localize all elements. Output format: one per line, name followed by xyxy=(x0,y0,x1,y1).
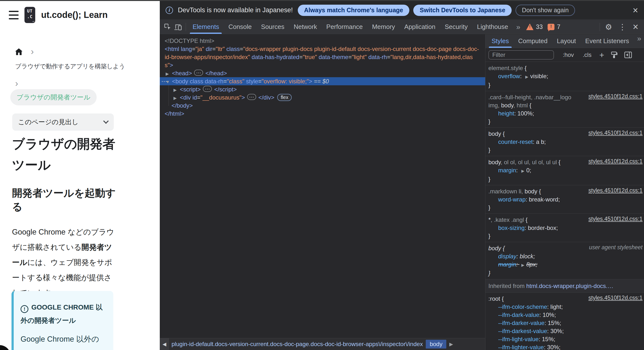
css-property-line[interactable]: display: block; xyxy=(486,252,644,260)
sidebar-tab-styles[interactable]: Styles xyxy=(487,34,514,48)
css-selector-line[interactable]: element.style { xyxy=(486,64,644,72)
css-property-line[interactable]: margin: ▶0; xyxy=(486,166,644,175)
css-selector-line[interactable]: img, body, html { xyxy=(486,101,644,109)
dom-tree-row[interactable]: </body> xyxy=(160,101,485,110)
node-menu-icon[interactable]: ⋯ xyxy=(161,77,167,85)
breadcrumb-item-category[interactable]: ブラウザで動作するアプリを構築しよう xyxy=(15,62,125,70)
dom-tree-row[interactable]: id-browser-apps/inspector/index" data-ha… xyxy=(160,53,485,61)
infobar-action-button[interactable]: Always match Chrome's language xyxy=(298,5,410,16)
expand-ellipsis-button[interactable]: ⋯ xyxy=(194,70,203,76)
crumb-selected-node[interactable]: body xyxy=(426,340,446,348)
new-style-rule-button[interactable]: + xyxy=(599,51,604,59)
devtools-tab-application[interactable]: Application xyxy=(400,20,440,34)
stylesheet-link[interactable]: styles.4510f12d.css:1 xyxy=(588,93,642,100)
dom-tree-row[interactable]: ▶<head>⋯</head> xyxy=(160,69,485,77)
toggle-class-button[interactable]: .cls xyxy=(582,52,592,58)
css-property-line[interactable]: --ifm-darker-value: 15%; xyxy=(486,319,644,327)
css-text: , html xyxy=(513,102,529,109)
expand-ellipsis-button[interactable]: ⋯ xyxy=(203,86,212,92)
sidebar-tab-event-listeners[interactable]: Event Listeners xyxy=(581,34,634,48)
devtools-infobar: i DevTools is now available in Japanese!… xyxy=(160,1,644,20)
css-selector-line[interactable]: } xyxy=(486,146,644,154)
stylesheet-link[interactable]: styles.4510f12d.css:1 xyxy=(588,158,642,165)
dom-tree-row[interactable]: ▶<div id="__docusaurus">⋯</div>flex xyxy=(160,93,485,101)
css-selector-line[interactable]: } xyxy=(486,175,644,183)
css-property-line[interactable]: --ifm-lighter-value: 30%; xyxy=(486,343,644,350)
stylesheet-link[interactable]: styles.4510f12d.css:1 xyxy=(588,295,642,301)
sidebar-tab-computed[interactable]: Computed xyxy=(514,34,552,48)
devtools-tab-console[interactable]: Console xyxy=(224,20,256,34)
css-selector-line[interactable]: } xyxy=(486,204,644,212)
devtools-tab-network[interactable]: Network xyxy=(289,20,322,34)
crumb-path[interactable]: plugin-id-default.docs-version-current.d… xyxy=(172,341,423,347)
dismiss-button[interactable]: Don't show again xyxy=(516,5,575,16)
stylesheet-link[interactable]: styles.4510f12d.css:1 xyxy=(588,216,642,222)
css-property-line[interactable]: --ifm-color-scheme: light; xyxy=(486,303,644,311)
dom-tree-row[interactable]: <html lang="ja" dir="ltr" class="docs-wr… xyxy=(160,45,485,53)
rendering-emulation-icon[interactable] xyxy=(610,51,618,59)
dom-tree-row[interactable]: </html> xyxy=(160,110,485,118)
device-toolbar-icon[interactable] xyxy=(173,22,184,32)
toc-collapsible[interactable]: このページの見出し xyxy=(12,113,114,131)
twisty-icon[interactable]: ▶ xyxy=(166,70,172,77)
inherited-node-link[interactable]: html.docs-wrapper.plugin-docs.… xyxy=(526,283,614,289)
toggle-sidebar-icon[interactable] xyxy=(624,52,632,58)
dom-tree-row[interactable]: <!DOCTYPE html> xyxy=(160,37,485,45)
flex-badge[interactable]: flex xyxy=(277,94,292,101)
more-tabs-icon[interactable]: » xyxy=(634,34,644,48)
site-title[interactable]: ut.code(); Learn xyxy=(41,10,108,20)
expand-longhand-icon[interactable]: ▶ xyxy=(523,75,530,79)
scroll-button-partial[interactable] xyxy=(0,345,11,350)
dom-tree-row[interactable]: ▶<script>⋯</script> xyxy=(160,85,485,93)
breadcrumb-item-current[interactable]: ブラウザの開発者ツール xyxy=(10,89,97,105)
devtools-tab-security[interactable]: Security xyxy=(440,20,472,34)
stylesheet-link[interactable]: styles.4510f12d.css:1 xyxy=(588,187,642,194)
expand-ellipsis-button[interactable]: ⋯ xyxy=(247,94,256,100)
warnings-badge[interactable]: 33 xyxy=(526,23,543,30)
devtools-tab-performance[interactable]: Performance xyxy=(322,20,368,34)
css-property-line[interactable]: counter-reset: a b; xyxy=(486,138,644,146)
styles-filter-input[interactable] xyxy=(488,50,554,60)
css-property-line[interactable]: --ifm-darkest-value: 30%; xyxy=(486,327,644,335)
css-property-line[interactable]: box-sizing: border-box; xyxy=(486,224,644,232)
issues-badge[interactable]: 7 xyxy=(548,23,560,30)
css-selector-line[interactable]: } xyxy=(486,232,644,240)
css-property-line[interactable]: --ifm-dark-value: 10%; xyxy=(486,311,644,319)
menu-icon[interactable] xyxy=(9,11,18,19)
twisty-icon[interactable]: ▶ xyxy=(174,86,180,93)
css-selector-line[interactable]: } xyxy=(486,117,644,125)
inspect-element-icon[interactable] xyxy=(162,22,173,32)
home-icon[interactable] xyxy=(15,48,22,55)
kebab-menu-icon[interactable]: ⋮ xyxy=(615,22,630,32)
css-selector-line[interactable]: } xyxy=(486,81,644,89)
expand-longhand-icon[interactable]: ▶ xyxy=(520,263,526,267)
twisty-icon[interactable]: ▶ xyxy=(174,94,180,101)
site-logo[interactable]: UT .C ↵ xyxy=(24,7,35,23)
screen: UT .C ↵ ut.code(); Learn › ブラウザで動作するアプリを… xyxy=(0,0,644,350)
devtools-tab-memory[interactable]: Memory xyxy=(367,20,400,34)
more-tabs-icon[interactable]: » xyxy=(513,23,524,31)
devtools-tab-elements[interactable]: Elements xyxy=(188,20,224,34)
devtools-tab-lighthouse[interactable]: Lighthouse xyxy=(472,20,512,34)
dom-tree-row[interactable]: ⋯▼<body class data-rh="class" style="ove… xyxy=(160,77,485,85)
css-text: block; xyxy=(520,253,535,260)
crumb-scroll-right-icon[interactable]: ▶ xyxy=(449,341,453,347)
css-selector-line[interactable]: } xyxy=(486,269,644,277)
expand-longhand-icon[interactable]: ▶ xyxy=(520,169,526,173)
infobar-action-button[interactable]: Switch DevTools to Japanese xyxy=(413,5,512,16)
css-property-line[interactable]: height: 100%; xyxy=(486,109,644,117)
css-property-name: counter-reset xyxy=(498,138,533,145)
dom-tree-row[interactable]: s"> xyxy=(160,61,485,69)
css-property-line[interactable]: --ifm-light-value: 15%; xyxy=(486,335,644,343)
close-icon[interactable]: × xyxy=(630,21,642,32)
css-property-line[interactable]: overflow: ▶visible; xyxy=(486,72,644,81)
toggle-hover-state-button[interactable]: :hov xyxy=(563,52,574,58)
stylesheet-link[interactable]: styles.4510f12d.css:1 xyxy=(588,130,642,136)
close-icon[interactable]: × xyxy=(633,6,638,15)
css-property-line[interactable]: word-wrap: break-word; xyxy=(486,195,644,204)
crumb-scroll-left-icon[interactable]: ◀ xyxy=(160,338,169,350)
devtools-tab-sources[interactable]: Sources xyxy=(256,20,289,34)
css-property-line[interactable]: margin: ▶8px; xyxy=(486,260,644,269)
sidebar-tab-layout[interactable]: Layout xyxy=(552,34,581,48)
gear-icon[interactable]: ⚙ xyxy=(602,22,615,32)
